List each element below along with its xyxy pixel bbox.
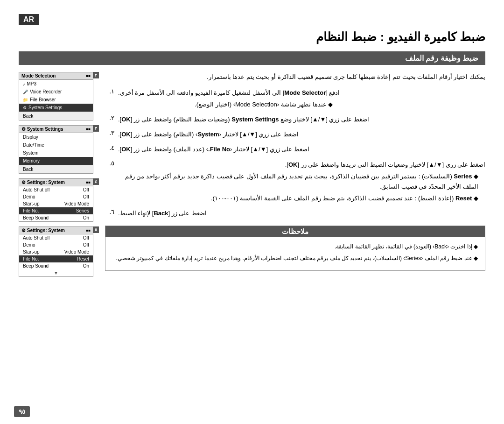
panel-icons-4: ■■ bbox=[86, 228, 91, 233]
panel-step-1: ٢ bbox=[93, 72, 99, 78]
menu-item-datetime: Date/Time bbox=[19, 141, 93, 149]
menu-item-system-settings: ⚙ System Settings bbox=[19, 104, 93, 112]
panel-step-4: ٥ bbox=[93, 226, 99, 233]
row-demo-3: Demo Off bbox=[19, 193, 93, 200]
panel-3-wrapper: ⚙ Settings: System ■■ Auto Shut off Off … bbox=[19, 178, 98, 222]
panel-icons-3: ■■ bbox=[86, 180, 91, 184]
panel-header-1: Mode Selection ■■ bbox=[19, 72, 93, 80]
panel-step-3: ٤ bbox=[93, 178, 99, 185]
content-area: Mode Selection ■■ ♪ MP3 🎤 Voice Recorder bbox=[19, 72, 485, 277]
panel-header-2: ⚙ System Settings ■■ bbox=[19, 126, 93, 133]
menu-item-voice: 🎤 Voice Recorder bbox=[19, 88, 93, 96]
ar-badge: AR bbox=[19, 14, 39, 25]
row-auto-shut-4: Auto Shut off Off bbox=[19, 234, 93, 241]
notes-header: ملاحظات bbox=[105, 226, 485, 237]
scroll-indicator: ▼ bbox=[19, 269, 93, 276]
panel-title-3: ⚙ Settings: System bbox=[21, 180, 65, 185]
panel-mode-selection: Mode Selection ■■ ♪ MP3 🎤 Voice Recorder bbox=[19, 72, 93, 120]
page-number: ٩٥ bbox=[14, 406, 30, 417]
menu-item-system: System bbox=[19, 149, 93, 157]
main-title: ضبط كاميرة الفيديو : ضبط النظام bbox=[19, 30, 485, 44]
panel-settings-system-3: ⚙ Settings: System ■■ Auto Shut off Off … bbox=[19, 178, 93, 222]
screenshots-column: Mode Selection ■■ ♪ MP3 🎤 Voice Recorder bbox=[19, 72, 98, 277]
note-2: عند ضبط رقم الملف ‹Series› (السلسلات)، ي… bbox=[112, 254, 478, 263]
panel-title-4: ⚙ Settings: System bbox=[21, 228, 65, 233]
step-4: ٤. اضغط على زري [▼/▲] لاختيار ‹File No.›… bbox=[105, 144, 485, 155]
arabic-text-column: يمكنك اختيار أرقام الملفات بحيث تتم إعاد… bbox=[105, 72, 485, 271]
panel-title-1: Mode Selection bbox=[21, 73, 56, 78]
panel-header-4: ⚙ Settings: System ■■ bbox=[19, 227, 93, 234]
menu-item-mp3: ♪ MP3 bbox=[19, 80, 93, 88]
menu-item-file-browser: 📁 File Browser bbox=[19, 96, 93, 104]
panel-2-wrapper: ⚙ System Settings ■■ Display Date/Time S… bbox=[19, 125, 98, 174]
page-container: AR ضبط كاميرة الفيديو : ضبط النظام ضبط و… bbox=[0, 0, 504, 424]
step-3: ٣. اضغط على زري [▼/▲] لاختيار ‹System› (… bbox=[105, 129, 485, 140]
panel-header-3: ⚙ Settings: System ■■ bbox=[19, 179, 93, 186]
row-beep-4: Beep Sound On bbox=[19, 262, 93, 269]
panel-icons-2: ■■ bbox=[86, 127, 91, 131]
row-startup-3: Start-up Video Mode bbox=[19, 200, 93, 207]
row-fileno-4: File No. Reset bbox=[19, 255, 93, 262]
row-beep-3: Beep Sound On bbox=[19, 214, 93, 221]
panel-icons-1: ■■ bbox=[86, 74, 91, 78]
step-2: ٢. اضغط على زري [▼/▲] لاختيار وضع System… bbox=[105, 114, 485, 125]
panel-settings-system-4: ⚙ Settings: System ■■ Auto Shut off Off … bbox=[19, 226, 93, 277]
panel-4-wrapper: ⚙ Settings: System ■■ Auto Shut off Off … bbox=[19, 226, 98, 277]
row-auto-shut-3: Auto Shut off Off bbox=[19, 186, 93, 193]
panel-back-2: Back bbox=[19, 165, 93, 173]
panel-title-2: ⚙ System Settings bbox=[21, 127, 63, 132]
step-6: ٦. اضغط على زر [Back] لإنهاء الضبط. bbox=[105, 208, 485, 219]
note-1: إذا اخترت ‹Back› (العودة) في القائمة، تظ… bbox=[112, 242, 478, 251]
step-1: ١. ادفع [Mode Selector] الى الأسفل لتشغي… bbox=[105, 88, 485, 110]
row-fileno-3: File No. Series bbox=[19, 207, 93, 214]
section-header: ضبط وظيفة رقم الملف bbox=[19, 51, 485, 65]
intro-paragraph: يمكنك اختيار أرقام الملفات بحيث تتم إعاد… bbox=[105, 72, 485, 82]
panel-system-settings: ⚙ System Settings ■■ Display Date/Time S… bbox=[19, 125, 93, 174]
panel-step-2: ٣ bbox=[93, 125, 99, 132]
row-startup-4: Start-up Video Mode bbox=[19, 248, 93, 255]
menu-item-display: Display bbox=[19, 133, 93, 141]
menu-item-memory: Memory bbox=[19, 157, 93, 165]
panel-back-1: Back bbox=[19, 112, 93, 120]
row-demo-4: Demo Off bbox=[19, 241, 93, 248]
panel-1-wrapper: Mode Selection ■■ ♪ MP3 🎤 Voice Recorder bbox=[19, 72, 98, 120]
notes-box: ملاحظات إذا اخترت ‹Back› (العودة) في الق… bbox=[105, 226, 485, 271]
step-5: ٥. اضغط على زري [▼/▲] لاختيار وضعيات الض… bbox=[105, 160, 485, 204]
